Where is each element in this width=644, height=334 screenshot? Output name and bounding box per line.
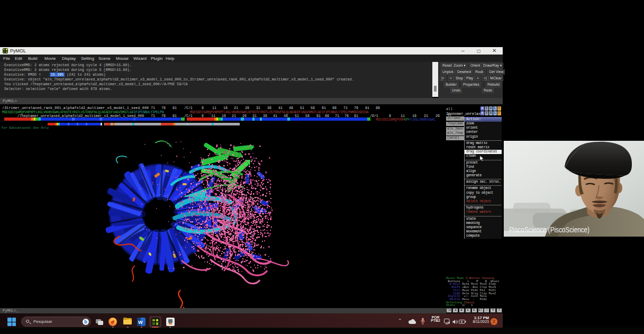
svg-text:PiscoScience (PiscoScience): PiscoScience (PiscoScience) [509,225,589,234]
